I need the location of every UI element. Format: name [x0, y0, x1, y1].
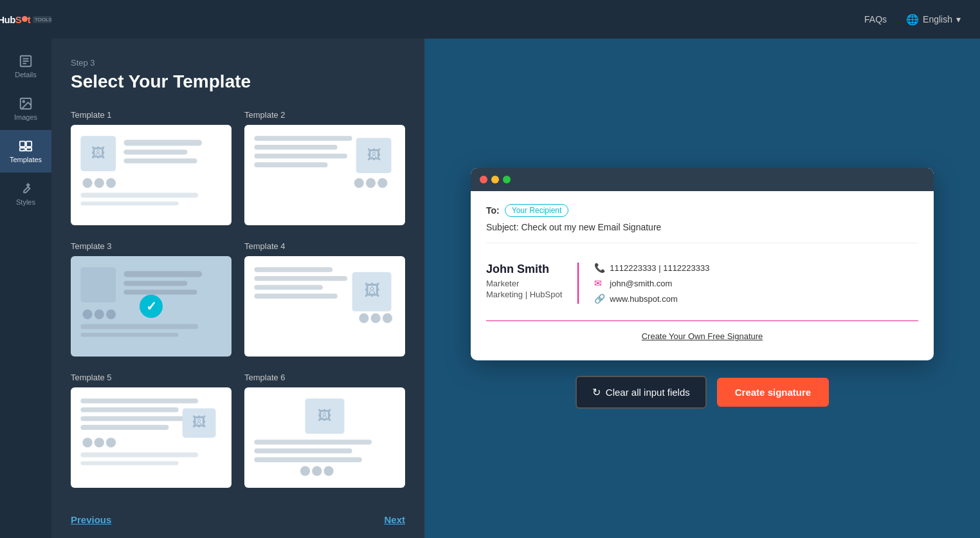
svg-point-5 [23, 100, 24, 102]
template-6-item[interactable]: Template 6 🖼 [244, 373, 405, 491]
template-3-item[interactable]: Template 3 ✓ [71, 241, 231, 360]
svg-rect-13 [123, 140, 202, 145]
template-5-item[interactable]: Template 5 🖼 [71, 373, 231, 491]
svg-point-46 [371, 313, 381, 323]
next-button[interactable]: Next [384, 514, 405, 525]
topbar: FAQs 🌐 English ▾ [51, 0, 980, 39]
svg-point-17 [95, 178, 104, 188]
template-1-label: Template 1 [71, 110, 231, 120]
svg-rect-20 [80, 201, 178, 205]
svg-point-55 [95, 438, 104, 447]
svg-rect-57 [80, 452, 198, 458]
signature-info: John Smith Marketer Marketing | HubSpot [486, 263, 579, 304]
template-3-card[interactable]: ✓ [71, 256, 231, 357]
template-2-item[interactable]: Template 2 🖼 [244, 110, 405, 228]
template-2-card[interactable]: 🖼 [244, 125, 405, 225]
email-to-row: To: Your Recipient [486, 204, 918, 217]
svg-rect-7 [26, 142, 32, 147]
template-4-card[interactable]: 🖼 [244, 256, 405, 357]
step-label: Step 3 [71, 58, 405, 68]
window-maximize-btn[interactable] [503, 176, 511, 183]
panel-navigation: Previous Next [71, 504, 405, 525]
svg-rect-15 [123, 158, 197, 163]
svg-point-47 [383, 313, 392, 323]
svg-text:🖼: 🖼 [367, 147, 381, 163]
window-titlebar [471, 168, 934, 191]
svg-rect-48 [80, 398, 198, 404]
template-1-item[interactable]: Template 1 🖼 [71, 110, 231, 228]
sidebar-item-images-label: Images [14, 113, 37, 121]
email-body: To: Your Recipient Subject: Check out my… [471, 191, 934, 360]
tools-badge: TOOLS [33, 16, 54, 23]
svg-rect-21 [254, 136, 352, 141]
svg-rect-58 [80, 461, 178, 465]
logo: HubSt TOOLS [0, 0, 51, 39]
clear-fields-button[interactable]: ↻ Clear all input fields [576, 376, 707, 409]
window-close-btn[interactable] [480, 176, 487, 183]
selected-check-overlay: ✓ [72, 257, 230, 355]
svg-rect-40 [254, 276, 347, 281]
sidebar: HubSt TOOLS Details Images [0, 0, 51, 538]
svg-rect-63 [254, 458, 361, 463]
language-selector[interactable]: 🌐 English ▾ [906, 14, 961, 26]
create-signature-link[interactable]: Create Your Own Free Signature [486, 331, 918, 341]
template-3-label: Template 3 [71, 241, 231, 251]
email-preview-window: To: Your Recipient Subject: Check out my… [471, 168, 934, 360]
svg-point-56 [106, 438, 116, 447]
right-panel: To: Your Recipient Subject: Check out my… [424, 39, 980, 538]
template-6-label: Template 6 [244, 373, 405, 382]
content-area: Step 3 Select Your Template Template 1 🖼 [51, 39, 980, 538]
template-6-card[interactable]: 🖼 [244, 387, 405, 488]
svg-rect-49 [80, 407, 178, 413]
svg-point-28 [366, 178, 376, 188]
refresh-icon: ↻ [592, 386, 601, 398]
sidebar-item-templates-label: Templates [10, 156, 42, 163]
clear-button-label: Clear all input fields [606, 387, 690, 398]
sidebar-item-styles[interactable]: Styles [0, 172, 51, 215]
svg-rect-22 [254, 145, 337, 150]
template-4-label: Template 4 [244, 241, 405, 251]
faqs-link[interactable]: FAQs [864, 14, 887, 24]
link-icon: 🔗 [594, 293, 604, 304]
svg-rect-19 [80, 193, 198, 198]
svg-point-45 [359, 313, 368, 323]
svg-rect-42 [254, 293, 337, 299]
previous-button[interactable]: Previous [71, 514, 111, 525]
window-minimize-btn[interactable] [491, 176, 499, 183]
sidebar-item-images[interactable]: Images [0, 88, 51, 130]
email-divider [486, 243, 918, 243]
phone-icon: 📞 [594, 263, 604, 273]
sidebar-item-templates[interactable]: Templates [0, 130, 51, 172]
sidebar-item-details[interactable]: Details [0, 45, 51, 88]
signature-name: John Smith [486, 263, 562, 276]
svg-rect-61 [254, 440, 372, 445]
svg-point-54 [82, 438, 92, 447]
signature-website-row: 🔗 www.hubspot.com [594, 293, 709, 304]
template-selector-panel: Step 3 Select Your Template Template 1 🖼 [51, 39, 424, 538]
signature-divider [486, 320, 918, 321]
email-subject: Subject: Check out my new Email Signatur… [486, 222, 918, 232]
signature-contact: 📞 1112223333 | 1112223333 ✉ john@smith.c… [579, 263, 709, 304]
svg-rect-8 [20, 148, 25, 151]
svg-point-18 [106, 178, 116, 188]
svg-rect-39 [254, 267, 332, 272]
svg-rect-24 [254, 162, 327, 167]
templates-grid: Template 1 🖼 [71, 110, 405, 491]
panel-title: Select Your Template [71, 71, 405, 92]
template-1-card[interactable]: 🖼 [71, 125, 231, 225]
to-label: To: [486, 205, 500, 216]
svg-text:🖼: 🖼 [91, 145, 105, 161]
email-icon: ✉ [594, 278, 604, 288]
recipient-badge: Your Recipient [505, 204, 569, 217]
template-4-item[interactable]: Template 4 🖼 [244, 241, 405, 360]
template-5-card[interactable]: 🖼 [71, 387, 231, 488]
svg-point-64 [300, 466, 310, 476]
create-signature-button[interactable]: Create signature [717, 378, 829, 407]
svg-rect-62 [254, 449, 352, 454]
signature-email: john@smith.com [610, 279, 672, 288]
signature-phone-row: 📞 1112223333 | 1112223333 [594, 263, 709, 273]
svg-text:🖼: 🖼 [364, 281, 379, 299]
svg-rect-6 [20, 142, 25, 147]
signature-company: Marketing | HubSpot [486, 290, 562, 299]
bottom-actions: ↻ Clear all input fields Create signatur… [576, 376, 829, 409]
